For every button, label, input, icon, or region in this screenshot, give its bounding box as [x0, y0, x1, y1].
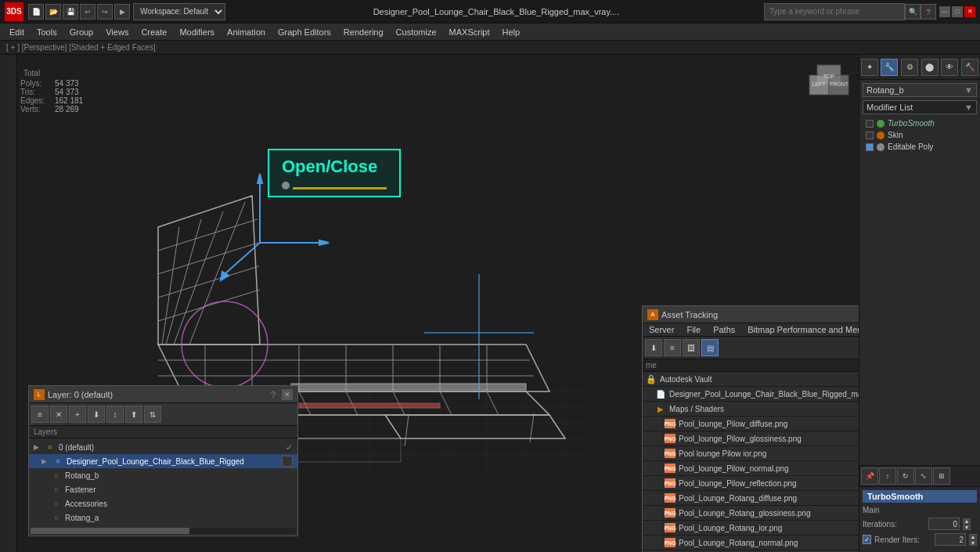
modifier-checkbox[interactable] [866, 120, 874, 128]
list-item[interactable]: 📄 Designer_Pool_Lounge_Chair_Black_Blue_… [643, 387, 859, 402]
list-item[interactable]: ○ Accessories [29, 496, 297, 511]
list-item[interactable]: ▶ Maps / Shaders [643, 402, 859, 417]
layer-list-header: Layers [29, 426, 297, 438]
layer-title-bar[interactable]: L Layer: 0 (default) ? ✕ [29, 386, 297, 403]
iterations-input[interactable] [928, 518, 960, 530]
menu-views[interactable]: Views [99, 26, 135, 38]
list-item[interactable]: PNG Pool_lounge_Pilow_glossiness.png Fou… [643, 431, 859, 446]
help-btn[interactable]: ? [921, 4, 936, 20]
layer-help-btn[interactable]: ? [271, 390, 276, 399]
menu-create[interactable]: Create [135, 26, 173, 38]
asset-title-bar[interactable]: A Asset Tracking — □ ✕ [643, 306, 859, 323]
list-item[interactable]: ○ Rotang_b [29, 468, 297, 482]
modify-icon[interactable]: 🔧 [881, 59, 898, 76]
iterations-up[interactable]: ▲ [963, 518, 971, 524]
transform-scale[interactable]: ⤡ [915, 467, 932, 485]
modifier-name-expand[interactable]: ▼ [964, 85, 973, 95]
list-item[interactable]: 🔒 Autodesk Vault Logged O [643, 372, 859, 387]
list-item[interactable]: PNG Pool_Lounge_Rotang_diffuse.png Found [643, 491, 859, 506]
maximize-button[interactable]: □ [952, 6, 963, 17]
menu-tools[interactable]: Tools [31, 26, 63, 38]
asset-tracking-dialog: A Asset Tracking — □ ✕ Server File Paths… [642, 305, 859, 552]
new-btn[interactable]: 📄 [28, 4, 44, 20]
close-button[interactable]: ✕ [964, 6, 975, 17]
menu-rendering[interactable]: Rendering [337, 26, 390, 38]
layer-sub-icon: ○ [51, 512, 62, 523]
undo-btn[interactable]: ↩ [80, 4, 95, 20]
layer-toolbar: ≡ ✕ + ⬇ ↕ ⬆ ⇅ [29, 403, 297, 426]
layer-checkbox[interactable] [282, 456, 293, 467]
display-icon[interactable]: 👁 [941, 59, 958, 76]
transform-pin[interactable]: 📌 [861, 467, 878, 485]
layer-tool-1[interactable]: ≡ [31, 406, 49, 423]
modifier-color [877, 143, 885, 151]
hierarchy-icon[interactable]: ⚙ [901, 59, 918, 76]
layer-tool-4[interactable]: ⬇ [88, 406, 105, 423]
modifier-checkbox[interactable] [866, 143, 874, 151]
modifier-item-editable-poly[interactable]: Editable Poly [863, 141, 977, 153]
list-item[interactable]: ○ Fastener [29, 482, 297, 496]
menu-graph-editors[interactable]: Graph Editors [272, 26, 337, 38]
transform-5[interactable]: ⊞ [933, 467, 950, 485]
layer-tool-6[interactable]: ⬆ [125, 406, 142, 423]
layer-tool-delete[interactable]: ✕ [50, 406, 67, 423]
asset-tool-3[interactable]: 🖼 [683, 339, 700, 356]
asset-menu-bitmap[interactable]: Bitmap Performance and Memory [741, 323, 859, 336]
transform-rotate[interactable]: ↻ [897, 467, 914, 485]
menu-modifiers[interactable]: Modifiers [173, 26, 221, 38]
app-logo: 3DS [5, 2, 23, 21]
search-btn[interactable]: 🔍 [905, 4, 921, 20]
list-item[interactable]: PNG Pool_Lounge_Rotang_ior.png Found [643, 521, 859, 536]
transform-move[interactable]: ↕ [879, 467, 896, 485]
asset-menu-server[interactable]: Server [643, 323, 680, 336]
list-item[interactable]: PNG Pool_lounge_Pilow_normal.png Found [643, 461, 859, 476]
menu-bar: Edit Tools Group Views Create Modifiers … [0, 23, 980, 41]
asset-tool-2[interactable]: ≡ [664, 339, 681, 356]
viewport[interactable]: Total Polys: 54 373 Tris: 54 373 Edges: … [17, 55, 859, 552]
create-icon[interactable]: ✦ [861, 59, 878, 76]
menu-maxscript[interactable]: MAXScript [443, 26, 496, 38]
list-item[interactable]: PNG Pool lounge Pilow ior.png Found [643, 446, 859, 461]
list-item[interactable]: PNG Pool_Lounge_Rotang_glossiness.png Fo… [643, 506, 859, 521]
modifier-item-turbosmooth[interactable]: TurboSmooth [863, 117, 977, 129]
utilities-icon[interactable]: 🔨 [961, 59, 978, 76]
asset-tool-1[interactable]: ⬇ [645, 339, 662, 356]
toolbar-icons: 📄 📂 💾 ↩ ↪ ▶ [28, 4, 130, 20]
asset-menu-file[interactable]: File [680, 323, 707, 336]
menu-customize[interactable]: Customize [390, 26, 443, 38]
motion-icon[interactable]: ⬤ [921, 59, 939, 76]
render-iters-input[interactable] [935, 533, 966, 546]
list-item[interactable]: ○ Rotang_a [29, 511, 297, 525]
list-item[interactable]: PNG Pool_lounge_Pilow_diffuse.png Found [643, 417, 859, 431]
modifier-list-dropdown[interactable]: Modifier List ▼ [863, 100, 977, 114]
layer-tool-add[interactable]: + [69, 406, 86, 423]
menu-edit[interactable]: Edit [3, 26, 31, 38]
save-btn[interactable]: 💾 [63, 4, 78, 20]
layer-scrollbar[interactable] [31, 528, 296, 534]
list-item[interactable]: ▶ ≡ Designer_Pool_Lounge_Chair_Black_Blu… [29, 454, 297, 468]
render-iters-checkbox[interactable]: ✓ [863, 535, 871, 544]
list-item[interactable]: PNG Pool_lounge_Pilow_reflection.png Fou… [643, 476, 859, 491]
list-item[interactable]: PNG Pool_Lounge_Rotang_normal.png Found [643, 536, 859, 550]
redo-btn[interactable]: ↪ [97, 4, 113, 20]
modifier-checkbox[interactable] [866, 132, 874, 139]
list-item[interactable]: ▶ ≡ 0 (default) ✓ [29, 440, 297, 454]
render-iters-up[interactable]: ▲ [969, 534, 977, 539]
workspace-select[interactable]: Workspace: Default [133, 3, 225, 20]
nav-cube[interactable]: TOP LEFT FRONT [805, 61, 852, 108]
render-btn[interactable]: ▶ [114, 4, 130, 20]
menu-group[interactable]: Group [63, 26, 100, 38]
render-iters-down[interactable]: ▼ [969, 540, 977, 546]
layer-tool-7[interactable]: ⇅ [144, 406, 161, 423]
minimize-button[interactable]: — [939, 6, 950, 17]
asset-tool-4[interactable]: ▤ [701, 339, 719, 356]
search-input[interactable] [764, 3, 905, 20]
menu-help[interactable]: Help [496, 26, 527, 38]
iterations-down[interactable]: ▼ [963, 525, 971, 530]
asset-menu-paths[interactable]: Paths [707, 323, 741, 336]
layer-close-btn[interactable]: ✕ [282, 389, 293, 400]
modifier-item-skin[interactable]: Skin [863, 129, 977, 141]
open-btn[interactable]: 📂 [45, 4, 61, 20]
menu-animation[interactable]: Animation [221, 26, 272, 38]
layer-tool-5[interactable]: ↕ [106, 406, 124, 423]
